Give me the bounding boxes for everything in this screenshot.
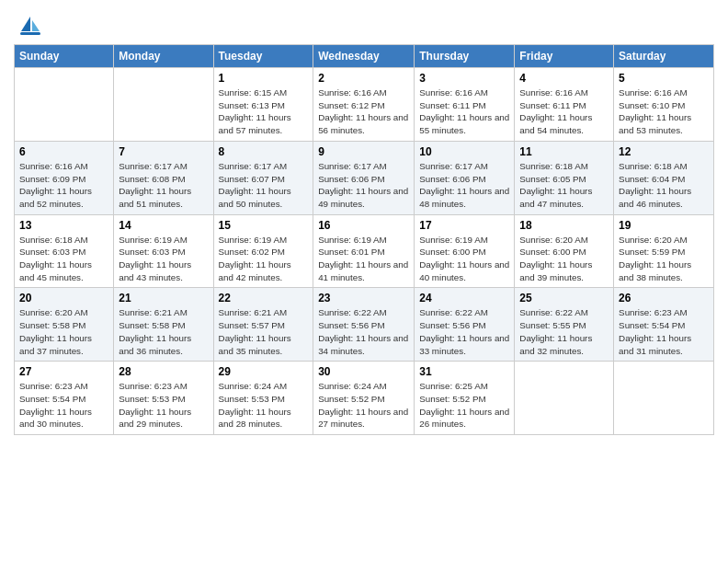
calendar-cell: 22Sunrise: 6:21 AMSunset: 5:57 PMDayligh… [213,288,313,362]
day-number: 12 [619,145,709,158]
day-number: 30 [318,365,409,378]
day-number: 28 [119,365,208,378]
calendar-cell: 2Sunrise: 6:16 AMSunset: 6:12 PMDaylight… [313,68,415,142]
calendar-week-row: 20Sunrise: 6:20 AMSunset: 5:58 PMDayligh… [15,288,714,362]
day-number: 9 [318,145,409,158]
logo-icon [17,13,43,39]
svg-rect-2 [20,32,40,35]
day-number: 13 [19,219,108,232]
day-number: 15 [219,219,309,232]
day-info: Sunrise: 6:16 AMSunset: 6:11 PMDaylight:… [519,86,609,137]
calendar-cell [515,362,614,435]
day-info: Sunrise: 6:17 AMSunset: 6:08 PMDaylight:… [119,160,208,211]
calendar-header-row: SundayMondayTuesdayWednesdayThursdayFrid… [15,45,714,68]
weekday-header: Friday [515,45,614,68]
day-number: 5 [619,72,709,85]
weekday-header: Monday [114,45,213,68]
day-info: Sunrise: 6:17 AMSunset: 6:06 PMDaylight:… [318,160,409,211]
day-number: 2 [318,72,409,85]
calendar-cell: 26Sunrise: 6:23 AMSunset: 5:54 PMDayligh… [614,288,714,362]
day-number: 29 [219,365,309,378]
day-number: 21 [119,292,208,304]
day-number: 18 [519,219,609,232]
calendar-cell: 19Sunrise: 6:20 AMSunset: 5:59 PMDayligh… [614,214,714,288]
day-info: Sunrise: 6:17 AMSunset: 6:07 PMDaylight:… [219,160,309,211]
day-info: Sunrise: 6:22 AMSunset: 5:56 PMDaylight:… [419,306,509,357]
day-number: 31 [419,365,509,378]
day-info: Sunrise: 6:18 AMSunset: 6:04 PMDaylight:… [619,160,709,211]
calendar-cell: 23Sunrise: 6:22 AMSunset: 5:56 PMDayligh… [313,288,415,362]
day-info: Sunrise: 6:21 AMSunset: 5:57 PMDaylight:… [219,306,309,357]
calendar-cell: 7Sunrise: 6:17 AMSunset: 6:08 PMDaylight… [114,141,213,214]
weekday-header: Wednesday [313,45,415,68]
calendar-week-row: 13Sunrise: 6:18 AMSunset: 6:03 PMDayligh… [15,214,714,288]
calendar-cell [15,68,114,142]
day-info: Sunrise: 6:24 AMSunset: 5:52 PMDaylight:… [318,380,409,431]
calendar-cell: 4Sunrise: 6:16 AMSunset: 6:11 PMDaylight… [515,68,614,142]
calendar-cell: 30Sunrise: 6:24 AMSunset: 5:52 PMDayligh… [313,362,415,435]
svg-marker-0 [21,17,30,31]
svg-marker-1 [32,20,40,31]
day-number: 19 [619,219,709,232]
day-info: Sunrise: 6:20 AMSunset: 6:00 PMDaylight:… [519,234,609,284]
calendar-cell: 16Sunrise: 6:19 AMSunset: 6:01 PMDayligh… [313,214,415,288]
calendar-cell: 17Sunrise: 6:19 AMSunset: 6:00 PMDayligh… [415,214,515,288]
day-number: 11 [519,145,609,158]
day-number: 16 [318,219,409,232]
weekday-header: Tuesday [213,45,313,68]
day-info: Sunrise: 6:17 AMSunset: 6:06 PMDaylight:… [419,160,509,211]
day-number: 6 [19,145,108,158]
day-number: 7 [119,145,208,158]
calendar-table: SundayMondayTuesdayWednesdayThursdayFrid… [14,44,714,435]
calendar-week-row: 6Sunrise: 6:16 AMSunset: 6:09 PMDaylight… [15,141,714,214]
weekday-header: Thursday [415,45,515,68]
calendar-cell: 13Sunrise: 6:18 AMSunset: 6:03 PMDayligh… [15,214,114,288]
day-info: Sunrise: 6:20 AMSunset: 5:58 PMDaylight:… [19,306,108,357]
calendar-cell: 11Sunrise: 6:18 AMSunset: 6:05 PMDayligh… [515,141,614,214]
day-number: 3 [419,72,509,85]
header [14,9,714,39]
day-info: Sunrise: 6:16 AMSunset: 6:12 PMDaylight:… [318,86,409,137]
day-number: 26 [619,292,709,304]
day-number: 1 [219,72,309,85]
calendar-cell: 10Sunrise: 6:17 AMSunset: 6:06 PMDayligh… [415,141,515,214]
calendar-cell: 20Sunrise: 6:20 AMSunset: 5:58 PMDayligh… [15,288,114,362]
day-info: Sunrise: 6:21 AMSunset: 5:58 PMDaylight:… [119,306,208,357]
logo [14,13,43,39]
calendar-cell: 18Sunrise: 6:20 AMSunset: 6:00 PMDayligh… [515,214,614,288]
day-info: Sunrise: 6:23 AMSunset: 5:54 PMDaylight:… [619,306,709,357]
page: SundayMondayTuesdayWednesdayThursdayFrid… [0,0,728,563]
calendar-cell: 28Sunrise: 6:23 AMSunset: 5:53 PMDayligh… [114,362,213,435]
day-number: 17 [419,219,509,232]
calendar-cell: 29Sunrise: 6:24 AMSunset: 5:53 PMDayligh… [213,362,313,435]
calendar-cell: 14Sunrise: 6:19 AMSunset: 6:03 PMDayligh… [114,214,213,288]
calendar-cell: 6Sunrise: 6:16 AMSunset: 6:09 PMDaylight… [15,141,114,214]
calendar-cell [614,362,714,435]
calendar-cell: 24Sunrise: 6:22 AMSunset: 5:56 PMDayligh… [415,288,515,362]
day-info: Sunrise: 6:22 AMSunset: 5:55 PMDaylight:… [519,306,609,357]
day-number: 23 [318,292,409,304]
calendar-cell: 3Sunrise: 6:16 AMSunset: 6:11 PMDaylight… [415,68,515,142]
day-number: 10 [419,145,509,158]
day-info: Sunrise: 6:18 AMSunset: 6:03 PMDaylight:… [19,234,108,284]
day-info: Sunrise: 6:22 AMSunset: 5:56 PMDaylight:… [318,306,409,357]
day-info: Sunrise: 6:16 AMSunset: 6:10 PMDaylight:… [619,86,709,137]
weekday-header: Saturday [614,45,714,68]
calendar-week-row: 1Sunrise: 6:15 AMSunset: 6:13 PMDaylight… [15,68,714,142]
day-info: Sunrise: 6:18 AMSunset: 6:05 PMDaylight:… [519,160,609,211]
calendar-cell: 31Sunrise: 6:25 AMSunset: 5:52 PMDayligh… [415,362,515,435]
day-info: Sunrise: 6:16 AMSunset: 6:09 PMDaylight:… [19,160,108,211]
calendar-cell: 1Sunrise: 6:15 AMSunset: 6:13 PMDaylight… [213,68,313,142]
day-info: Sunrise: 6:23 AMSunset: 5:53 PMDaylight:… [119,380,208,431]
calendar-week-row: 27Sunrise: 6:23 AMSunset: 5:54 PMDayligh… [15,362,714,435]
day-number: 14 [119,219,208,232]
calendar-cell: 5Sunrise: 6:16 AMSunset: 6:10 PMDaylight… [614,68,714,142]
day-info: Sunrise: 6:20 AMSunset: 5:59 PMDaylight:… [619,234,709,284]
calendar-cell: 12Sunrise: 6:18 AMSunset: 6:04 PMDayligh… [614,141,714,214]
day-info: Sunrise: 6:19 AMSunset: 6:00 PMDaylight:… [419,234,509,284]
calendar-cell: 27Sunrise: 6:23 AMSunset: 5:54 PMDayligh… [15,362,114,435]
day-number: 22 [219,292,309,304]
calendar-cell: 9Sunrise: 6:17 AMSunset: 6:06 PMDaylight… [313,141,415,214]
calendar-cell: 8Sunrise: 6:17 AMSunset: 6:07 PMDaylight… [213,141,313,214]
day-info: Sunrise: 6:23 AMSunset: 5:54 PMDaylight:… [19,380,108,431]
